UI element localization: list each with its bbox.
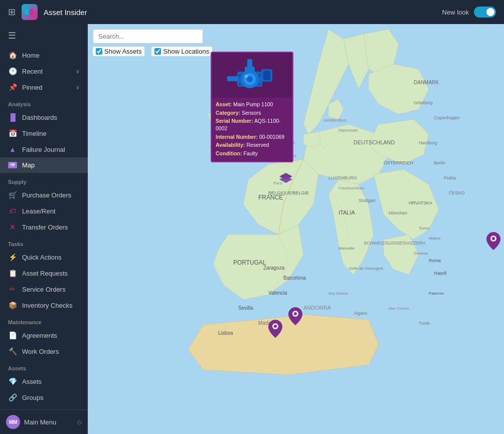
sidebar-item-home[interactable]: 🏠 Home [0,47,88,63]
internal-row: Internal Number: 00-001069 [216,133,288,141]
svg-text:Hannover: Hannover [339,128,358,133]
svg-text:Golfe de Gascogne: Golfe de Gascogne [349,266,383,271]
svg-text:Palermo: Palermo [429,291,444,296]
show-locations-checkbox[interactable] [154,48,161,55]
svg-text:Copenhagen: Copenhagen [434,115,460,120]
groups-icon: 🔗 [8,393,17,401]
sidebar-item-map[interactable]: 🗺 Map [0,157,88,173]
groups-label: Groups [22,394,44,401]
show-assets-checkbox[interactable] [96,48,102,55]
sidebar-item-recent[interactable]: 🕐 Recent ∨ [0,63,88,79]
sidebar: ☰ 🏠 Home 🕐 Recent ∨ 📌 Pinned ∨ Analysis … [0,24,88,434]
search-input[interactable] [93,29,203,44]
asset-requests-label: Asset Requests [22,270,68,277]
svg-text:Torino: Torino [419,226,430,231]
sidebar-item-groups[interactable]: 🔗 Groups [0,389,88,405]
show-locations-checkbox-label[interactable]: Show Locations [151,47,212,56]
svg-text:Praha: Praha [444,175,456,180]
sidebar-item-timeline[interactable]: 📅 Timeline [0,125,88,141]
category-label: Category: [216,110,240,116]
sidebar-item-pinned[interactable]: 📌 Pinned ∨ [0,79,88,95]
app-container: ⊞ Asset Insider New look ☰ 🏠 Home [0,0,504,434]
condition-label: Condition: [216,150,242,156]
sidebar-item-failure-journal[interactable]: ▲ Failure Journal [0,141,88,157]
map-icon: 🗺 [8,162,17,168]
sidebar-item-work-orders[interactable]: 🔨 Work Orders [0,343,88,359]
svg-text:BELGIQUE/BELGIE: BELGIQUE/BELGIE [268,190,309,195]
svg-point-1 [29,9,35,15]
sidebar-item-agreements[interactable]: 📄 Agreements [0,327,88,343]
layer-icon-svg [278,172,293,184]
svg-text:Algiers: Algiers [354,311,368,316]
dashboards-label: Dashboards [22,114,57,121]
svg-point-66 [274,325,277,328]
show-assets-checkbox-label[interactable]: Show Assets [93,47,144,56]
section-supply: Supply [0,173,88,187]
svg-text:Mar Balear: Mar Balear [328,291,348,296]
svg-text:DANMARK: DANMARK [414,80,439,85]
grid-icon[interactable]: ⊞ [8,7,16,18]
svg-point-70 [492,237,495,240]
map-pin-spain-1[interactable] [268,320,282,338]
transfer-orders-label: Transfer Orders [22,224,68,231]
svg-text:ČESKO: ČESKO [449,190,465,195]
hamburger-button[interactable]: ☰ [0,24,88,47]
svg-text:Stuttgart: Stuttgart [359,198,376,203]
section-analysis: Analysis [0,95,88,109]
sidebar-home-label: Home [22,52,40,59]
sidebar-item-service-orders[interactable]: ✏ Service Orders [0,281,88,297]
service-orders-label: Service Orders [22,286,66,293]
map-pin-spain-2[interactable] [288,307,302,325]
app-title: Asset Insider [44,8,87,17]
sidebar-item-lease-rent[interactable]: 🏷 Lease/Rent [0,203,88,219]
content-area: Show Assets Show Locations [88,24,504,434]
svg-point-57 [259,75,261,77]
chevron-down-icon-2: ∨ [76,84,80,91]
availability-label: Availability: [216,142,245,148]
inventory-checks-label: Inventory Checks [22,302,72,309]
sidebar-item-transfer-orders[interactable]: ✕ Transfer Orders [0,219,88,235]
app-logo [22,4,38,20]
main-layout: ☰ 🏠 Home 🕐 Recent ∨ 📌 Pinned ∨ Analysis … [0,24,504,434]
map-background[interactable]: DEUTSCHLAND FRANCE PORTUGAL Zaragoza Bar… [88,24,504,434]
new-look-label: New look [442,9,469,16]
quick-actions-label: Quick Actions [22,254,62,261]
work-orders-icon: 🔨 [8,347,17,355]
svg-point-68 [294,312,297,315]
sidebar-item-quick-actions[interactable]: ⚡ Quick Actions [0,249,88,265]
category-value: Sensors [242,110,261,116]
lease-rent-label: Lease/Rent [22,207,56,215]
asset-popup: Asset: Main Pump 1100 Category: Sensors … [211,52,293,162]
timeline-icon: 📅 [8,129,17,137]
section-tasks: Tasks [0,235,88,249]
show-locations-label: Show Locations [163,48,209,55]
pin-icon-2 [288,307,302,325]
inventory-checks-icon: 📦 [8,301,17,309]
map-layer-icon[interactable] [278,172,293,186]
svg-text:Hamburg: Hamburg [419,140,437,145]
asset-value: Main Pump 1100 [233,101,273,107]
sidebar-item-dashboards[interactable]: ▐▌ Dashboards [0,109,88,125]
svg-rect-53 [227,76,238,81]
svg-text:Valencia: Valencia [268,290,287,296]
top-bar-right: New look [442,7,496,18]
assets-label: Assets [22,378,42,385]
sidebar-item-asset-requests[interactable]: 📋 Asset Requests [0,265,88,281]
map-svg: DEUTSCHLAND FRANCE PORTUGAL Zaragoza Bar… [88,24,504,434]
purchase-orders-icon: 🛒 [8,191,17,199]
svg-text:Mar Tirreno: Mar Tirreno [389,306,409,311]
svg-text:Tunis: Tunis [419,321,430,326]
sidebar-item-purchase-orders[interactable]: 🛒 Purchase Orders [0,187,88,203]
sidebar-item-assets[interactable]: 💎 Assets [0,373,88,389]
sidebar-item-inventory-checks[interactable]: 📦 Inventory Checks [0,297,88,313]
svg-text:ANDORRA: ANDORRA [303,305,331,311]
chevron-down-icon: ∨ [76,68,80,75]
map-pin-italy[interactable] [486,232,500,250]
svg-text:Barcelona: Barcelona [283,275,306,281]
svg-text:Göteborg: Göteborg [414,100,433,105]
sidebar-pinned-label: Pinned [22,84,42,91]
new-look-toggle[interactable] [474,7,496,18]
svg-point-59 [259,83,261,85]
main-menu-button[interactable]: MM Main Menu ◇ [0,409,88,434]
asset-popup-body: Asset: Main Pump 1100 Category: Sensors … [212,98,292,161]
